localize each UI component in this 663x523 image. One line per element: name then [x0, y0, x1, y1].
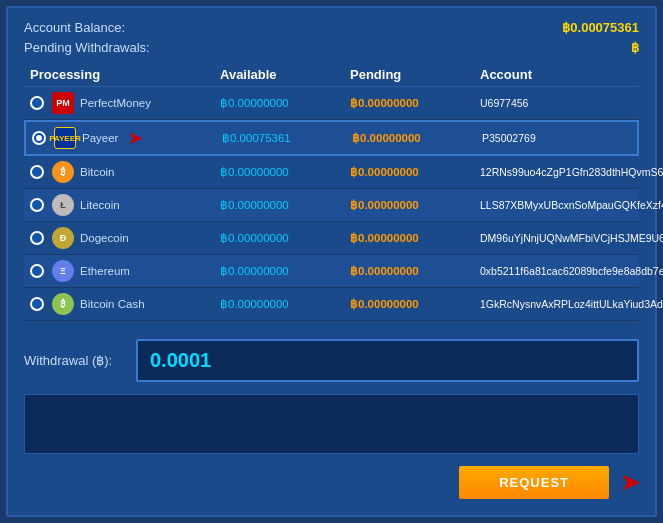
memo-textarea[interactable]: [24, 394, 639, 454]
pm-account: U6977456: [480, 97, 633, 109]
bch-icon: ₿: [52, 293, 74, 315]
pm-label: PerfectMoney: [80, 97, 151, 109]
radio-doge[interactable]: [30, 231, 44, 245]
doge-icon: Ð: [52, 227, 74, 249]
withdrawal-input[interactable]: [136, 339, 639, 382]
main-container: Account Balance: ฿0.00075361 Pending Wit…: [6, 6, 657, 517]
bch-label: Bitcoin Cash: [80, 298, 145, 310]
payeer-pending: ฿0.00000000: [352, 131, 482, 145]
table-row[interactable]: PAYEER Payeer ➤ ฿0.00075361 ฿0.00000000 …: [24, 120, 639, 156]
pending-withdrawals-row: Pending Withdrawals: ฿: [24, 40, 639, 55]
table-row[interactable]: Ł Litecoin ฿0.00000000 ฿0.00000000 LLS87…: [24, 189, 639, 222]
ltc-label: Litecoin: [80, 199, 120, 211]
request-section: REQUEST ➤: [24, 466, 639, 499]
radio-btc[interactable]: [30, 165, 44, 179]
processing-cell-doge: Ð Dogecoin: [30, 227, 220, 249]
withdrawal-label: Withdrawal (฿):: [24, 353, 124, 368]
table-row[interactable]: ₿ Bitcoin Cash ฿0.00000000 ฿0.00000000 1…: [24, 288, 639, 321]
bch-pending: ฿0.00000000: [350, 297, 480, 311]
ltc-available: ฿0.00000000: [220, 198, 350, 212]
ltc-icon: Ł: [52, 194, 74, 216]
bch-available: ฿0.00000000: [220, 297, 350, 311]
col-available: Available: [220, 67, 350, 82]
payeer-arrow-icon: ➤: [128, 127, 143, 149]
pending-withdrawals-value: ฿: [631, 40, 639, 55]
col-processing: Processing: [30, 67, 220, 82]
table-row[interactable]: Ξ Ethereum ฿0.00000000 ฿0.00000000 0xb52…: [24, 255, 639, 288]
payment-table: Processing Available Pending Account PM …: [24, 63, 639, 321]
radio-payeer[interactable]: [32, 131, 46, 145]
table-row[interactable]: Ð Dogecoin ฿0.00000000 ฿0.00000000 DM96u…: [24, 222, 639, 255]
btc-pending: ฿0.00000000: [350, 165, 480, 179]
request-arrow-icon: ➤: [621, 470, 639, 496]
pm-pending: ฿0.00000000: [350, 96, 480, 110]
processing-cell-payeer: PAYEER Payeer ➤: [32, 127, 222, 149]
radio-eth[interactable]: [30, 264, 44, 278]
table-header: Processing Available Pending Account: [24, 63, 639, 87]
doge-pending: ฿0.00000000: [350, 231, 480, 245]
processing-cell-bch: ₿ Bitcoin Cash: [30, 293, 220, 315]
payeer-label: Payeer: [82, 132, 118, 144]
btc-label: Bitcoin: [80, 166, 115, 178]
processing-cell-eth: Ξ Ethereum: [30, 260, 220, 282]
btc-account: 12RNs99uo4cZgP1Gfn283dthHQvmS6K2yT: [480, 166, 663, 178]
bch-account: 1GkRcNysnvAxRPLoz4ittULkaYiud3AdpP: [480, 298, 663, 310]
payeer-icon: PAYEER: [54, 127, 76, 149]
ltc-account: LLS87XBMyxUBcxnSoMpauGQKfeXzf4hqsi: [480, 199, 663, 211]
radio-bch[interactable]: [30, 297, 44, 311]
account-balance-label: Account Balance:: [24, 20, 125, 35]
doge-available: ฿0.00000000: [220, 231, 350, 245]
processing-cell-btc: ₿ Bitcoin: [30, 161, 220, 183]
eth-label: Ethereum: [80, 265, 130, 277]
radio-ltc[interactable]: [30, 198, 44, 212]
processing-cell-ltc: Ł Litecoin: [30, 194, 220, 216]
radio-pm[interactable]: [30, 96, 44, 110]
btc-icon: ₿: [52, 161, 74, 183]
account-balance-row: Account Balance: ฿0.00075361: [24, 20, 639, 35]
eth-available: ฿0.00000000: [220, 264, 350, 278]
withdrawal-section: Withdrawal (฿): ➤: [24, 339, 639, 382]
doge-account: DM96uYjNnjUQNwMFbiVCjHSJME9U6MVoZu: [480, 232, 663, 244]
eth-account: 0xb5211f6a81cac62089bcfe9e8a8db7e784dc29…: [480, 265, 663, 277]
table-row[interactable]: PM PerfectMoney ฿0.00000000 ฿0.00000000 …: [24, 87, 639, 120]
request-button[interactable]: REQUEST: [459, 466, 609, 499]
processing-cell: PM PerfectMoney: [30, 92, 220, 114]
withdrawal-input-wrapper: ➤: [136, 339, 639, 382]
table-row[interactable]: ₿ Bitcoin ฿0.00000000 ฿0.00000000 12RNs9…: [24, 156, 639, 189]
ltc-pending: ฿0.00000000: [350, 198, 480, 212]
col-pending: Pending: [350, 67, 480, 82]
eth-pending: ฿0.00000000: [350, 264, 480, 278]
pm-available: ฿0.00000000: [220, 96, 350, 110]
eth-icon: Ξ: [52, 260, 74, 282]
doge-label: Dogecoin: [80, 232, 129, 244]
account-balance-value: ฿0.00075361: [562, 20, 639, 35]
payeer-account: P35002769: [482, 132, 631, 144]
pending-withdrawals-label: Pending Withdrawals:: [24, 40, 150, 55]
col-account: Account: [480, 67, 633, 82]
btc-available: ฿0.00000000: [220, 165, 350, 179]
pm-icon: PM: [52, 92, 74, 114]
payeer-available: ฿0.00075361: [222, 131, 352, 145]
